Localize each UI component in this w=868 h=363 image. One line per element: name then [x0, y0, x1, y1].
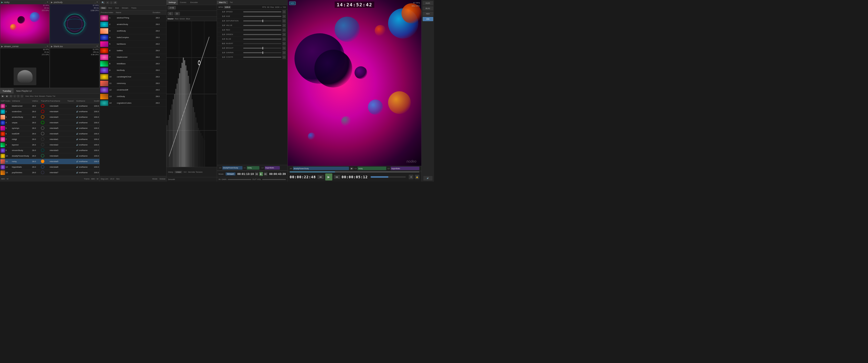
curves-tab-curves[interactable]: Curves	[178, 0, 188, 5]
settings-btn[interactable]: ⚙	[409, 175, 413, 179]
ndi-sidebar-btn[interactable]: NDI	[423, 11, 433, 16]
down-btn[interactable]: ↓	[21, 95, 24, 98]
main-t-play-inline[interactable]: ▶	[350, 167, 353, 170]
center-tab-geo[interactable]: Geo	[100, 6, 106, 9]
tab-new-playlist[interactable]: New Playlist 12	[13, 88, 34, 94]
preview-list-item[interactable]: 4ballsComplex28.0	[100, 34, 166, 41]
play-transport-btn[interactable]: ▶	[259, 172, 263, 176]
subtab-blue[interactable]: Blue	[186, 18, 190, 20]
stop-btn[interactable]: ■	[5, 95, 8, 98]
next-track-btn[interactable]: ⏭	[264, 172, 268, 176]
a-plus-b-btn[interactable]: A+B	[167, 6, 176, 9]
curves-canvas[interactable]	[166, 21, 217, 167]
param-reset-btn[interactable]: ▷	[282, 33, 286, 36]
param-reset-btn[interactable]: ▷	[282, 19, 286, 23]
param-reset-btn[interactable]: ▷	[282, 10, 286, 13]
playlist-row[interactable]: 11rocky28.0interstial5🔊sndName100.0✕	[0, 159, 99, 164]
curves-tab-encoder[interactable]: Encoder	[188, 0, 200, 5]
preview-list-item[interactable]: 8bloblBass28.0	[100, 61, 166, 67]
playlist-row[interactable]: 3arrakisStudy28.0interstial3🔊sndName100.…	[0, 114, 99, 120]
play-btn[interactable]: ▶	[1, 95, 4, 98]
outvol-slider[interactable]	[262, 179, 286, 180]
monitor-stream-close[interactable]: ✕	[47, 45, 49, 47]
subtab-green[interactable]: Green	[179, 18, 185, 20]
lock-btn[interactable]: 🔒	[415, 175, 420, 179]
param-reset-btn[interactable]: ▷	[282, 42, 286, 45]
playlist-row[interactable]: 5symmys28.0interstial5🔊sndName100.0✕	[0, 126, 99, 131]
center-search-btn[interactable]: 🔍	[101, 1, 105, 4]
param-slider-track[interactable]	[243, 16, 281, 17]
playlist-row[interactable]: 1bladerunner28.0interstial9🔊sndName100.0…	[0, 103, 99, 109]
preview-list-item[interactable]: 6battles28.0	[100, 47, 166, 54]
d-btn[interactable]: D	[174, 12, 180, 15]
preview-list-item[interactable]: 5barWaves28.0	[100, 41, 166, 47]
preview-list-item[interactable]: 14cognationCubes28.0	[100, 100, 166, 106]
param-slider-track[interactable]	[243, 25, 281, 26]
tab-tuesday[interactable]: Tuesday	[0, 88, 13, 94]
preview-list-item[interactable]: 9bluStudy28.0	[100, 67, 166, 74]
preview-list-item[interactable]: 3asdfStudy28.0	[100, 28, 166, 34]
param-slider-track[interactable]	[243, 11, 281, 12]
playlist-row[interactable]: 2oostenDos28.0interstial4🔊sndName100.0✕	[0, 109, 99, 114]
param-reset-btn[interactable]: ▷	[282, 51, 286, 55]
linear-btn[interactable]: Linear	[175, 171, 182, 173]
up-btn[interactable]: ↑	[17, 95, 20, 98]
playlist-row[interactable]: 9viroomStudy28.0interstial3🔊sndName100.0…	[0, 148, 99, 153]
param-slider-track[interactable]	[243, 52, 281, 53]
monitor-rocky-min[interactable]: _	[45, 1, 46, 3]
subtab-red[interactable]: Red	[175, 18, 178, 20]
progress-bar[interactable]	[290, 171, 420, 172]
c-btn[interactable]: C	[167, 12, 173, 15]
param-reset-btn[interactable]: ▷	[282, 37, 286, 41]
center-tab-trans[interactable]: Trans	[130, 6, 137, 9]
monitor-blank-min[interactable]: _	[95, 45, 96, 47]
monitor-stream-min[interactable]: _	[45, 45, 46, 47]
param-slider-track[interactable]	[243, 39, 281, 40]
sidebar-vol-btn[interactable]: 🔊	[424, 176, 433, 180]
param-reset-btn[interactable]: ▷	[282, 14, 286, 18]
main-prev-btn[interactable]: ⏮	[317, 175, 324, 179]
params-tab-txt[interactable]: Txt	[228, 1, 235, 4]
monitor-piastudy-close[interactable]: ✕	[96, 1, 98, 3]
center-refresh-btn[interactable]: ↺	[113, 1, 117, 4]
monitor-piastudy-min[interactable]: _	[95, 1, 96, 3]
playlist-row[interactable]: 8layered28.0interstial2🔊sndName100.0✕	[0, 142, 99, 148]
param-slider-track[interactable]	[243, 30, 281, 31]
preview-list-item[interactable]: 10candlelightChoir28.0	[100, 74, 166, 80]
center-tab-mov[interactable]: Mov	[107, 6, 113, 9]
curves-tab-settings[interactable]: Settings	[166, 0, 178, 5]
center-remove-btn[interactable]: -	[110, 1, 113, 4]
preview-list-item[interactable]: 7bladerunner28.0	[100, 54, 166, 61]
add-btn[interactable]: +	[9, 95, 12, 98]
param-reset-btn[interactable]: ▷	[282, 24, 286, 27]
param-slider-track[interactable]	[243, 57, 281, 58]
param-slider-track[interactable]	[243, 34, 281, 35]
on-btn[interactable]: ON	[423, 17, 433, 21]
preview-list-item[interactable]: 13civiStudy28.0	[100, 93, 166, 100]
remove-btn[interactable]: -	[13, 95, 16, 98]
main-play-btn[interactable]: ▶	[325, 173, 332, 180]
bug-btn[interactable]: BUG	[423, 6, 433, 10]
param-slider-track[interactable]	[243, 47, 281, 48]
prev-track-btn[interactable]: ⏮	[255, 172, 258, 176]
center-add-btn[interactable]: +	[106, 1, 109, 4]
gain-slider[interactable]	[227, 179, 251, 180]
main-progress-slider[interactable]	[371, 176, 406, 178]
param-reset-btn[interactable]: ▷	[282, 46, 286, 50]
playlist-row[interactable]: 6lowEDiff28.0interstial5🔊sndName100.0✕	[0, 131, 99, 137]
params-tab-manfx[interactable]: Man Fx	[217, 1, 228, 4]
subtab-master[interactable]: Master	[167, 18, 174, 20]
param-slider-track[interactable]	[243, 43, 281, 44]
playlist-row[interactable]: 13popStickles28.0interstial7🔊sndName100.…	[0, 170, 99, 175]
center-tab-snd[interactable]: Snd	[114, 6, 120, 9]
param-slider-track[interactable]	[243, 21, 281, 22]
preview-list-item[interactable]: 1abstractThing28.0	[100, 14, 166, 21]
preview-list-item[interactable]: 2arrakisStudy28.0	[100, 21, 166, 28]
preview-list-item[interactable]: 12circleHexDiff28.0	[100, 87, 166, 93]
playlist-row[interactable]: 7mldgt28.0interstial1🔊sndName100.0✕	[0, 137, 99, 142]
main-next-btn[interactable]: ⏭	[334, 175, 340, 179]
monitor-rocky-close[interactable]: ✕	[47, 1, 49, 3]
center-tab-stream[interactable]: Stream	[120, 6, 129, 9]
monitor-blank-close[interactable]: ✕	[96, 45, 98, 47]
param-reset-btn[interactable]: ▷	[282, 28, 286, 32]
